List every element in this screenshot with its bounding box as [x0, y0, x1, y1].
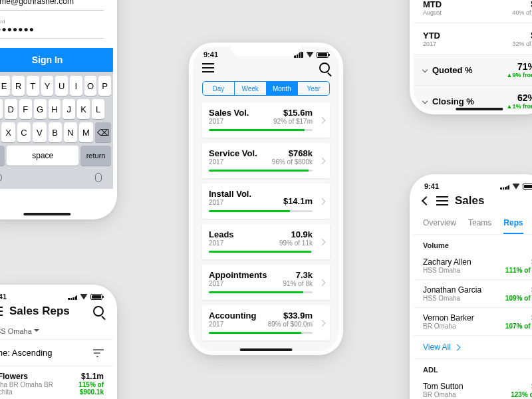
battery-icon: [317, 52, 329, 58]
metric-card[interactable]: Sales Vol.2017 $15.6m92% of $17m: [202, 102, 330, 138]
key-U[interactable]: U: [55, 76, 68, 96]
seg-month[interactable]: Month: [267, 82, 299, 95]
view-all-link[interactable]: View All: [414, 336, 532, 358]
search-icon[interactable]: [319, 63, 330, 73]
key-P[interactable]: P: [98, 76, 111, 96]
filter-icon[interactable]: [93, 349, 104, 357]
phone-dashboard: 9:41 Day Week Month Year Sales Vol.2017 …: [189, 43, 343, 355]
period-segmented[interactable]: Day Week Month Year: [202, 81, 330, 96]
username-field[interactable]: name name@gothrasher.com: [0, 0, 104, 11]
battery-icon: [90, 294, 102, 300]
emoji-icon[interactable]: [0, 173, 2, 182]
chevron-right-icon: [319, 279, 326, 286]
rep-row[interactable]: Vernon BarkerBR Omaha $107% of $: [414, 308, 532, 336]
key-123[interactable]: 23: [0, 146, 5, 166]
key-C[interactable]: C: [17, 122, 31, 142]
phone-salesreps: 9:41 Sales Reps HSS Omaha ume: Ascending…: [0, 285, 117, 399]
phone-metrics: MTDAugust $40% of $ YTD2017 $32% of $ Qu…: [410, 0, 532, 114]
wifi-icon: [306, 52, 314, 58]
chevron-right-icon: [319, 239, 326, 245]
status-time: 9:41: [203, 51, 218, 59]
metric-card[interactable]: Accounting2017 $33.9m89% of $00.0m: [202, 305, 330, 340]
section-adl: ADL: [414, 358, 532, 376]
key-B[interactable]: B: [49, 122, 62, 142]
chevron-right-icon: [454, 344, 460, 350]
metric-card[interactable]: Leads2017 10.9k99% of 11k: [202, 224, 330, 259]
key-backspace[interactable]: ⌫: [95, 122, 111, 142]
filter-dropdown[interactable]: HSS Omaha: [0, 323, 113, 339]
tab-reps[interactable]: Reps: [503, 213, 523, 234]
chevron-right-icon: [319, 198, 326, 205]
rep-row[interactable]: n Flowers maha BR Omaha BR Wichita $1.1m…: [0, 366, 113, 399]
key-X[interactable]: X: [1, 122, 15, 142]
seg-year[interactable]: Year: [298, 82, 329, 95]
key-O[interactable]: O: [84, 76, 97, 96]
signal-icon: [68, 294, 77, 300]
key-Y[interactable]: Y: [41, 76, 54, 96]
rep-row[interactable]: Zachary AllenHSS Omaha $111% of $: [414, 252, 532, 280]
back-icon[interactable]: [422, 196, 431, 205]
tab-teams[interactable]: Teams: [468, 213, 491, 234]
chevron-down-icon: [422, 98, 428, 104]
metric-ytd[interactable]: YTD2017 $32% of $: [414, 23, 532, 55]
key-return[interactable]: return: [80, 146, 111, 166]
password-field[interactable]: sword ●●●●●●●●: [0, 17, 104, 39]
keyboard[interactable]: WERTYUIOP SDFGHJKL ⇧ XCVBNM⌫ 23 space re…: [0, 72, 113, 189]
page-title: Sales Reps: [9, 305, 70, 318]
phone-sales: 9:41 Sales Overview Teams Reps Volume Za…: [410, 174, 532, 399]
tab-overview[interactable]: Overview: [423, 213, 456, 234]
metric-card[interactable]: Service Vol.2017 $768k96% of $800k: [202, 143, 330, 178]
menu-icon[interactable]: [202, 63, 214, 72]
metric-quoted[interactable]: Quoted % 71% ▲9% from: [414, 55, 532, 86]
signal-icon: [294, 52, 303, 58]
phone-signin: name name@gothrasher.com sword ●●●●●●●● …: [0, 0, 117, 219]
chevron-right-icon: [319, 117, 326, 124]
search-icon[interactable]: [93, 306, 104, 317]
metric-mtd[interactable]: MTDAugust $40% of $: [414, 0, 532, 23]
status-bar: 9:41: [193, 47, 339, 60]
mic-icon[interactable]: [95, 173, 102, 182]
rep-row[interactable]: Jonathan GarciaHSS Omaha $109% of $: [414, 280, 532, 308]
seg-day[interactable]: Day: [203, 82, 235, 95]
section-volume: Volume: [414, 235, 532, 252]
metric-closing[interactable]: Closing % 62% ▲1% from: [414, 86, 532, 110]
dropdown-icon: [34, 329, 39, 334]
key-D[interactable]: D: [5, 99, 17, 119]
signin-button[interactable]: Sign In: [0, 48, 113, 72]
chevron-right-icon: [319, 158, 326, 164]
key-G[interactable]: G: [34, 99, 47, 119]
key-F[interactable]: F: [19, 99, 32, 119]
rep-row[interactable]: Tom SuttonBR Omaha $123% of: [414, 376, 532, 399]
key-J[interactable]: J: [63, 99, 75, 119]
key-N[interactable]: N: [64, 122, 77, 142]
chevron-right-icon: [319, 320, 326, 327]
chevron-down-icon: [422, 67, 428, 72]
metric-card[interactable]: Install Vol.2017 $14.1m: [202, 184, 330, 219]
key-E[interactable]: E: [0, 76, 10, 96]
key-L[interactable]: L: [92, 99, 104, 119]
key-I[interactable]: I: [70, 76, 82, 96]
key-M[interactable]: M: [79, 122, 92, 142]
menu-icon[interactable]: [0, 307, 3, 316]
sort-label[interactable]: ume: Ascending: [0, 348, 53, 358]
key-K[interactable]: K: [77, 99, 90, 119]
seg-week[interactable]: Week: [235, 82, 267, 95]
wifi-icon: [80, 294, 88, 300]
menu-icon[interactable]: [436, 196, 448, 205]
key-H[interactable]: H: [49, 99, 61, 119]
tabs: Overview Teams Reps: [414, 213, 532, 235]
page-title: Sales: [455, 194, 484, 207]
key-T[interactable]: T: [27, 76, 39, 96]
key-space[interactable]: space: [7, 146, 78, 166]
key-S[interactable]: S: [0, 99, 3, 119]
key-R[interactable]: R: [12, 76, 25, 96]
key-V[interactable]: V: [33, 122, 46, 142]
metric-card[interactable]: Appointments2017 7.3k91% of 8k: [202, 265, 330, 300]
